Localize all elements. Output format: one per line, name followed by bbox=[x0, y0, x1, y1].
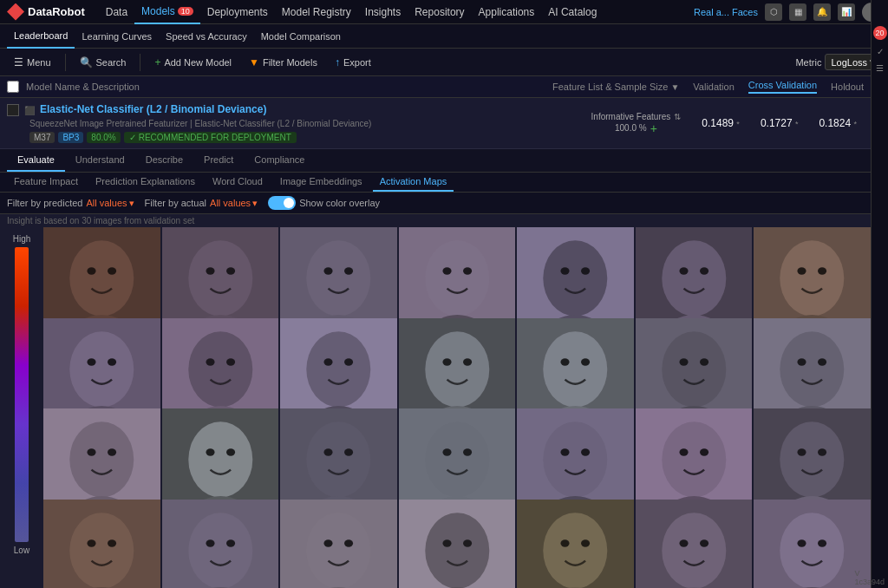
color-bar bbox=[15, 247, 29, 542]
grid-cell[interactable] bbox=[280, 500, 397, 589]
overlay-toggle-group: Show color overlay bbox=[268, 196, 380, 210]
grid-icon[interactable]: ▦ bbox=[789, 3, 806, 21]
overlay-toggle[interactable] bbox=[268, 196, 296, 210]
nav-ai-catalog[interactable]: AI Catalog bbox=[541, 0, 604, 24]
activation-overlay bbox=[43, 500, 160, 589]
informative-features: Informative Features ⇅ 100.0 % + bbox=[591, 112, 682, 135]
activation-overlay bbox=[517, 500, 634, 589]
logo-icon bbox=[7, 3, 24, 21]
holdout-col-header: Holdout bbox=[831, 82, 864, 92]
search-button[interactable]: 🔍 Search bbox=[73, 54, 134, 71]
separator-1 bbox=[65, 54, 66, 71]
recommended-badge: ✓ RECOMMENDED FOR DEPLOYMENT bbox=[124, 132, 297, 143]
tab-describe[interactable]: Describe bbox=[135, 149, 193, 172]
nav-model-registry[interactable]: Model Registry bbox=[275, 0, 358, 24]
top-nav: DataRobot Data Models 10 Deployments Mod… bbox=[0, 0, 888, 24]
share-icon[interactable]: ⬡ bbox=[765, 3, 782, 21]
nav-deployments[interactable]: Deployments bbox=[200, 0, 275, 24]
table-header: Model Name & Description Feature List & … bbox=[0, 76, 871, 98]
tag-bp3: BP3 bbox=[58, 132, 83, 143]
chart-icon[interactable]: 📊 bbox=[838, 3, 855, 21]
menu-button[interactable]: ☰ Menu bbox=[7, 54, 58, 71]
chevron-down-icon-2: ▾ bbox=[252, 198, 258, 209]
nav-applications[interactable]: Applications bbox=[472, 0, 542, 24]
current-project-link[interactable]: Real a... Faces bbox=[694, 7, 758, 17]
activation-overlay bbox=[399, 500, 516, 589]
checkmark-icon: ✓ bbox=[129, 133, 136, 142]
subtab-image-embeddings[interactable]: Image Embeddings bbox=[273, 173, 369, 192]
list-icon: ☰ bbox=[876, 63, 884, 73]
validation-metric: 0.1489 * bbox=[702, 117, 740, 129]
check-icon: ✓ bbox=[877, 47, 884, 56]
select-all-checkbox[interactable] bbox=[7, 81, 19, 93]
grid-cell[interactable] bbox=[636, 500, 753, 589]
grid-cell[interactable] bbox=[754, 500, 871, 589]
predicted-dropdown[interactable]: All values ▾ bbox=[86, 198, 134, 209]
filter-bar: Filter by predicted All values ▾ Filter … bbox=[0, 193, 871, 214]
bell-icon[interactable]: 🔔 bbox=[813, 3, 831, 21]
activation-overlay bbox=[162, 500, 279, 589]
tab-understand[interactable]: Understand bbox=[65, 149, 135, 172]
subtab-prediction-explanations[interactable]: Prediction Explanations bbox=[88, 173, 202, 192]
image-grid bbox=[43, 227, 871, 588]
tab-predict[interactable]: Predict bbox=[193, 149, 244, 172]
actual-dropdown[interactable]: All values ▾ bbox=[210, 198, 258, 209]
holdout-metric: 0.1824 * bbox=[819, 117, 857, 129]
notification-badge[interactable]: 20 bbox=[873, 26, 887, 40]
cv-col-header[interactable]: Cross Validation bbox=[748, 80, 817, 94]
model-row: ⬛ Elastic-Net Classifier (L2 / Binomial … bbox=[0, 98, 871, 149]
model-tags: M37 BP3 80.0% ✓ RECOMMENDED FOR DEPLOYME… bbox=[29, 132, 591, 143]
grid-cell[interactable] bbox=[399, 500, 516, 589]
tab-evaluate[interactable]: Evaluate bbox=[7, 149, 65, 172]
model-metrics: Informative Features ⇅ 100.0 % + 0.1489 … bbox=[591, 112, 864, 135]
tab-model-comparison[interactable]: Model Comparison bbox=[254, 24, 348, 49]
subtab-word-cloud[interactable]: Word Cloud bbox=[206, 173, 270, 192]
grid-cell[interactable] bbox=[517, 500, 634, 589]
nav-right: Real a... Faces ⬡ ▦ 🔔 📊 bbox=[694, 3, 881, 22]
activation-overlay bbox=[636, 500, 753, 589]
feature-filter-icon[interactable]: ▼ bbox=[670, 82, 679, 92]
export-button[interactable]: ↑ Export bbox=[328, 54, 378, 71]
low-label: Low bbox=[14, 546, 29, 555]
tab-speed-vs-accuracy[interactable]: Speed vs Accuracy bbox=[159, 24, 254, 49]
separator-2 bbox=[140, 54, 140, 71]
hamburger-icon: ☰ bbox=[14, 56, 23, 69]
subtab-activation-maps[interactable]: Activation Maps bbox=[373, 173, 454, 192]
validation-col-header: Validation bbox=[693, 82, 735, 92]
grid-cell[interactable] bbox=[162, 500, 279, 589]
nav-models[interactable]: Models 10 bbox=[134, 0, 200, 24]
metric-label: Metric bbox=[795, 57, 821, 68]
logo[interactable]: DataRobot bbox=[7, 3, 85, 21]
logo-text: DataRobot bbox=[28, 5, 85, 18]
grid-cell[interactable] bbox=[43, 500, 160, 589]
tab-learning-curves[interactable]: Learning Curves bbox=[75, 24, 159, 49]
model-title[interactable]: Elastic-Net Classifier (L2 / Binomial De… bbox=[40, 103, 266, 115]
add-features-icon[interactable]: + bbox=[650, 121, 657, 135]
plus-icon: + bbox=[154, 56, 160, 69]
filter-models-button[interactable]: ▼ Filter Models bbox=[242, 54, 324, 71]
tag-accuracy: 80.0% bbox=[87, 132, 120, 143]
model-subtitle: SqueezeNet Image Pretrained Featurizer |… bbox=[29, 119, 591, 128]
model-type-icon: ⬛ bbox=[24, 106, 35, 115]
nav-insights[interactable]: Insights bbox=[358, 0, 408, 24]
toggle-knob bbox=[284, 198, 294, 208]
search-icon: 🔍 bbox=[80, 56, 93, 69]
filter-icon: ▼ bbox=[249, 56, 259, 69]
insight-text: Insight is based on 30 images from valid… bbox=[0, 214, 871, 227]
nav-data[interactable]: Data bbox=[99, 0, 134, 24]
right-sidebar: 20 ✓ ☰ bbox=[871, 0, 888, 588]
toolbar: ☰ Menu 🔍 Search + Add New Model ▼ Filter… bbox=[0, 49, 888, 76]
feature-col-header: Feature List & Sample Size ▼ bbox=[552, 82, 679, 92]
image-grid-container: High Low bbox=[0, 227, 871, 588]
color-bar-container: High Low bbox=[0, 227, 43, 588]
add-model-button[interactable]: + Add New Model bbox=[147, 54, 238, 71]
filter-predicted: Filter by predicted All values ▾ bbox=[7, 198, 134, 209]
tag-m37: M37 bbox=[29, 132, 55, 143]
tab-compliance[interactable]: Compliance bbox=[244, 149, 315, 172]
model-checkbox[interactable] bbox=[7, 104, 19, 116]
tab-leaderboard[interactable]: Leaderboard bbox=[7, 24, 75, 49]
model-col-header: Model Name & Description bbox=[26, 82, 140, 92]
subtab-feature-impact[interactable]: Feature Impact bbox=[7, 173, 85, 192]
nav-repository[interactable]: Repository bbox=[408, 0, 471, 24]
main-content: Model Name & Description Feature List & … bbox=[0, 76, 871, 588]
